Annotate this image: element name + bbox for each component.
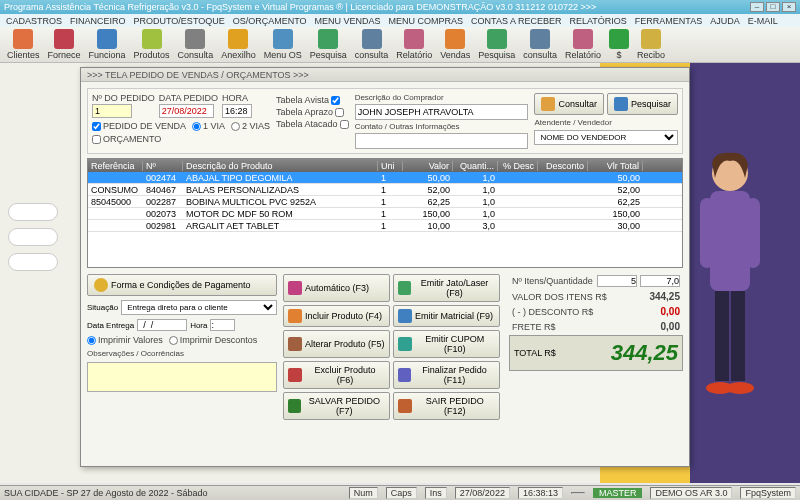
grid-column-header[interactable]: Vlr Total	[588, 161, 643, 171]
svg-point-7	[726, 382, 754, 394]
pesquisar-button[interactable]: Pesquisar	[607, 93, 678, 115]
side-nav-3[interactable]	[8, 253, 58, 271]
toolbar-button[interactable]: Produtos	[131, 28, 173, 61]
close-button[interactable]: ×	[782, 2, 796, 12]
toolbar-button[interactable]: Recibo	[634, 28, 668, 61]
via1-radio[interactable]: 1 VIA	[192, 121, 225, 131]
menu-item[interactable]: MENU VENDAS	[315, 16, 381, 26]
toolbar-button[interactable]: Funciona	[86, 28, 129, 61]
search-icon	[541, 97, 555, 111]
imprimir-desc-radio[interactable]: Imprimir Descontos	[169, 335, 258, 345]
toolbar-button[interactable]: Clientes	[4, 28, 43, 61]
tabela-avista-check[interactable]: Tabela Avista	[276, 95, 349, 105]
grid-column-header[interactable]: % Desc	[498, 161, 538, 171]
toolbar-button[interactable]: Anexilho	[218, 28, 259, 61]
desconto-label: ( - ) DESCONTO R$	[512, 307, 593, 317]
order-date-label: DATA PEDIDO	[159, 93, 218, 103]
atendente-select[interactable]: NOME DO VENDEDOR	[534, 130, 678, 145]
toolbar-button[interactable]: Pesquisa	[475, 28, 518, 61]
table-row[interactable]: 002474ABAJAL TIPO DEGOMILA150,001,050,00	[88, 172, 682, 184]
menu-item[interactable]: AJUDA	[710, 16, 740, 26]
action-button-emitir-matricial[interactable]: Emitir Matricial (F9)	[393, 305, 500, 327]
action-icon	[288, 368, 302, 382]
orcamento-check[interactable]: ORÇAMENTO	[92, 134, 270, 144]
grid-column-header[interactable]: Descrição do Produto	[183, 161, 378, 171]
toolbar-icon	[318, 29, 338, 49]
forma-pagamento-button[interactable]: Forma e Condições de Pagamento	[87, 274, 277, 296]
modal-title: >>> TELA PEDIDO DE VENDAS / ORÇAMENTOS >…	[81, 68, 689, 82]
action-icon	[398, 399, 412, 413]
consultar-button[interactable]: Consultar	[534, 93, 604, 115]
grid-column-header[interactable]: Quanti...	[453, 161, 498, 171]
toolbar-button[interactable]: Vendas	[437, 28, 473, 61]
menu-item[interactable]: E-MAIL	[748, 16, 778, 26]
action-button-finalizar-pedido[interactable]: Finalizar Pedido (F11)	[393, 361, 500, 389]
contact-input[interactable]	[355, 133, 529, 149]
toolbar-button[interactable]: Pesquisa	[307, 28, 350, 61]
action-button-alterar-produto[interactable]: Alterar Produto (F5)	[283, 330, 390, 358]
data-entrega-input[interactable]	[137, 319, 187, 331]
buyer-desc-input[interactable]	[355, 104, 529, 120]
menu-item[interactable]: PRODUTO/ESTOQUE	[134, 16, 225, 26]
contact-label: Contato / Outras Informações	[355, 122, 529, 131]
order-date-input[interactable]	[159, 104, 214, 118]
grid-column-header[interactable]: Uni	[378, 161, 403, 171]
menu-item[interactable]: FINANCEIRO	[70, 16, 126, 26]
maximize-button[interactable]: □	[766, 2, 780, 12]
menu-item[interactable]: CADASTROS	[6, 16, 62, 26]
action-button-incluir-produto[interactable]: Incluir Produto (F4)	[283, 305, 390, 327]
table-row[interactable]: 002073MOTOR DC MDF 50 ROM1150,001,0150,0…	[88, 208, 682, 220]
side-nav-2[interactable]	[8, 228, 58, 246]
hora2-input[interactable]	[210, 319, 235, 331]
menu-item[interactable]: OS/ORÇAMENTO	[233, 16, 307, 26]
table-row[interactable]: 85045000002287BOBINA MULTICOL PVC 9252A1…	[88, 196, 682, 208]
menu-item[interactable]: CONTAS A RECEBER	[471, 16, 561, 26]
order-no-input[interactable]	[92, 104, 132, 118]
grid-column-header[interactable]: Referência	[88, 161, 143, 171]
action-button-salvar-pedido[interactable]: SALVAR PEDIDO (F7)	[283, 392, 390, 420]
pedido-venda-check[interactable]: PEDIDO DE VENDA	[92, 121, 186, 131]
grid-column-header[interactable]: Valor	[403, 161, 453, 171]
minimize-button[interactable]: –	[750, 2, 764, 12]
svg-rect-1	[710, 191, 750, 291]
action-button-sair-pedido[interactable]: SAIR PEDIDO (F12)	[393, 392, 500, 420]
status-ins: Ins	[425, 487, 447, 499]
toolbar-button[interactable]: Menu OS	[261, 28, 305, 61]
toolbar-icon	[573, 29, 593, 49]
action-icon	[288, 281, 302, 295]
action-button-emitir-cupom[interactable]: Emitir CUPOM (F10)	[393, 330, 500, 358]
grid-column-header[interactable]: Desconto	[538, 161, 588, 171]
window-title: Programa Assistência Técnica Refrigeraçã…	[4, 2, 596, 12]
menu-item[interactable]: MENU COMPRAS	[389, 16, 464, 26]
tabela-aprazo-check[interactable]: Tabela Aprazo	[276, 107, 349, 117]
situacao-select[interactable]: Entrega direto para o cliente	[121, 300, 277, 315]
table-row[interactable]: 002981ARGALIT AET TABLET110,003,030,00	[88, 220, 682, 232]
table-row[interactable]: CONSUMO840467BALAS PERSONALIZADAS152,001…	[88, 184, 682, 196]
obs-textarea[interactable]	[87, 362, 277, 392]
toolbar-icon	[404, 29, 424, 49]
imprimir-valores-radio[interactable]: Imprimir Valores	[87, 335, 163, 345]
menu-item[interactable]: FERRAMENTAS	[635, 16, 702, 26]
toolbar-button[interactable]: consulta	[520, 28, 560, 61]
via2-radio[interactable]: 2 VIAS	[231, 121, 270, 131]
toolbar-button[interactable]: Consulta	[175, 28, 217, 61]
action-button-excluir-produto[interactable]: Excluir Produto (F6)	[283, 361, 390, 389]
tabela-atacado-check[interactable]: Tabela Atacado	[276, 119, 349, 129]
action-button-automático[interactable]: Automático (F3)	[283, 274, 390, 302]
products-grid[interactable]: ReferênciaNºDescrição do ProdutoUniValor…	[87, 158, 683, 268]
menu-item[interactable]: RELATÓRIOS	[569, 16, 626, 26]
svg-rect-4	[715, 291, 729, 381]
toolbar-button[interactable]: $	[606, 28, 632, 61]
grid-header: ReferênciaNºDescrição do ProdutoUniValor…	[88, 159, 682, 172]
action-button-emitir-jato/laser[interactable]: Emitir Jato/Laser (F8)	[393, 274, 500, 302]
side-nav-1[interactable]	[8, 203, 58, 221]
toolbar-icon	[228, 29, 248, 49]
order-hour-input[interactable]	[222, 104, 252, 118]
toolbar-button[interactable]: Fornece	[45, 28, 84, 61]
toolbar-button[interactable]: Relatório	[562, 28, 604, 61]
toolbar-button[interactable]: Relatório	[393, 28, 435, 61]
toolbar-button[interactable]: consulta	[352, 28, 392, 61]
grid-column-header[interactable]: Nº	[143, 161, 183, 171]
window-titlebar: Programa Assistência Técnica Refrigeraçã…	[0, 0, 800, 14]
action-icon	[398, 368, 411, 382]
